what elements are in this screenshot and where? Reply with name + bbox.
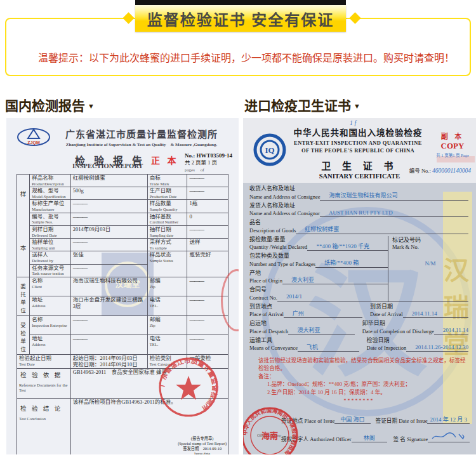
triangle-down-icon: ▼ bbox=[354, 102, 360, 110]
field-conveyance: 运输工具 Means of Conveyance飞机 bbox=[249, 337, 359, 352]
report-title-en: INSPECTION REPORT bbox=[72, 162, 143, 169]
section-header-domestic-report[interactable]: 国内检测报告 ▼ bbox=[5, 95, 95, 114]
svg-text:海南: 海南 bbox=[261, 431, 278, 440]
table-row: 抽样单位Sampling unit ——— 采样方式To sample 送样 bbox=[17, 239, 228, 251]
authorized-officer-value: 林阁 bbox=[352, 434, 387, 442]
table-row: 到样日期Delivered Date 2014年09月03日 抽样日期Sampl… bbox=[17, 225, 228, 238]
certificate-conclusion: 该批货物经过现场查验和实验室检验，结果符合我国相关食品安全标准之规定，标签经检验… bbox=[249, 357, 468, 405]
mark-and-number-box: 标记及号码 Mark & No. N/M bbox=[388, 236, 468, 302]
report-title-row: 检 验 报 告 INSPECTION REPORT 正 本 No.: HWT03… bbox=[6, 152, 239, 171]
table-row: 地址Address ——— 电话TEL. ——— bbox=[17, 335, 228, 355]
field-arrival-date: 到货日期 Date of Arrival2014.11.14 bbox=[370, 303, 468, 319]
table-row: 编号、批号Sample Nos. ——— 抽样基数Cardinal Number… bbox=[17, 213, 228, 225]
report-number: No.: HWT03509-14 bbox=[185, 152, 232, 159]
report-header: ZJQM 广东省湛江市质量计量监督检测所 Zhanjiang Institute… bbox=[6, 118, 239, 147]
field-consignor: 发货人名称及地址 Name and Address of ConsignorAU… bbox=[249, 202, 468, 218]
table-row: 样本 样品名称ProductDescription 红柳桉树蜂蜜 商标Trade… bbox=[17, 175, 228, 187]
svg-text:ZJQM: ZJQM bbox=[27, 140, 40, 145]
copy-mark: 副 本 COPY 共 1 页第1 页 Page bbox=[433, 131, 472, 158]
quarantine-red-stamp: 中华人民共和国海南出入境检验检疫局 海南 bbox=[243, 405, 300, 454]
institute-name-en: Zhanjiang Institute of Supervision & Tes… bbox=[51, 141, 232, 147]
table-row: 地址Address 海口市金盘开发区建设三横路 3层 电话TEL. ——— bbox=[17, 296, 228, 316]
field-contract: 合同号 Contract No.2014/1 bbox=[249, 286, 388, 301]
domestic-inspection-report-scan: 汉瑞堂 ZJQM 广东省湛江市质量计量监督检测所 Zhanjiang Insti… bbox=[6, 118, 239, 454]
issue-place-value: 中国 海口 bbox=[334, 415, 370, 424]
certificate-number: 编号 No.: 4600001140004 bbox=[409, 166, 471, 174]
issue-date-value: 2014 年 12 月 3 bbox=[427, 415, 470, 424]
sample-side-label: 样本 bbox=[17, 175, 30, 277]
banner-ribbon: 监督检验证书 安全有保证 bbox=[135, 5, 346, 32]
field-consignee: 收货人名称及地址 Name and Address of Consignee海南… bbox=[249, 185, 468, 201]
signature-scribble-icon bbox=[430, 432, 467, 440]
table-row: 标称生产单位Manufacturer ——— 样品数量Sample Quanti… bbox=[17, 200, 228, 213]
inspection-red-stamp: 广东省湛江市质量计量监督检测所 bbox=[157, 355, 220, 419]
table-row: 规格、型号Model-Specification 500g 生产日期Produc… bbox=[17, 187, 228, 200]
table-row: 受检单位 名称Inspection Enterprise ——— 邮编Zip —… bbox=[17, 315, 228, 335]
notice-text: 温馨提示：以下为此次蜂蜜的进口手续证明，少一项都不能确保是原装进口。购买时请查明… bbox=[38, 50, 454, 65]
report-pages-cn: 共 2 页第 1 页 bbox=[185, 159, 217, 166]
report-pages-en: pages of bbox=[185, 168, 204, 173]
section-header-import-certificate[interactable]: 进口检疫卫生证书 ▼ bbox=[244, 95, 360, 114]
org-name-en2: OF THE PEOPLE'S REPUBLIC OF CHINA bbox=[285, 147, 431, 154]
field-discharge: 卸毕日期 Date of Completion of Discharge2014… bbox=[362, 320, 468, 335]
field-quantity: 报检数量/重量 Quantity /Weight Declared**400 箱… bbox=[249, 236, 388, 251]
field-despatch: 启运地 Place of Despatch澳大利亚 bbox=[249, 320, 355, 335]
banner-title: 监督检验证书 安全有保证 bbox=[147, 8, 334, 30]
inspected-group-label: 受检单位 bbox=[17, 315, 30, 354]
original-copy-mark: 正 本 bbox=[151, 154, 179, 166]
report-number-block: No.: HWT03509-14 共 2 页第 1 页 pages of bbox=[185, 152, 232, 173]
stamp-note: (报告专用章) (Special stamp of Test Report) 签… bbox=[178, 436, 227, 454]
section-title: 国内检测报告 bbox=[5, 95, 85, 114]
banner-black-strip bbox=[135, 0, 346, 5]
officer-signature bbox=[428, 432, 470, 442]
field-packages: 包装种类及数量 Number and Type of Packages纸箱/**… bbox=[249, 253, 388, 268]
section-title: 进口检疫卫生证书 bbox=[244, 95, 351, 114]
table-row: 送样人Delivered by 张佳 样品状态Sample Status 瓶装完… bbox=[17, 251, 228, 264]
issue-block: 签证地点 Place of Issue 中国 海口 签证日期 Date of I… bbox=[281, 415, 470, 451]
pages-note: 共 1 页第1 页 Page bbox=[433, 152, 472, 158]
field-goods: 品名 Description of Goods红柳桉树蜂蜜 bbox=[249, 219, 468, 234]
org-name-cn: 中华人民共和国出入境检验检疫 bbox=[285, 126, 431, 138]
table-row: 委托单位 名称Client 海南汉瑞生物科技有限公司 邮编Zip ——— bbox=[17, 277, 228, 296]
certificate-form: 收货人名称及地址 Name and Address of Consignee海南… bbox=[249, 185, 468, 405]
product-certificate-section: 监督检验证书 安全有保证 温馨提示：以下为此次蜂蜜的进口手续证明，少一项都不能确… bbox=[0, 0, 476, 457]
svg-text:IQ: IQ bbox=[265, 145, 274, 155]
sanitary-certificate-scan: 汉 汉瑞堂 1 f IQ 中华人民共和国出入境检验检疫 ENTRY-EXIT I… bbox=[243, 118, 476, 454]
field-inspection-date: 检验日期 Date of Inspection2014.11.26-2014.1… bbox=[367, 337, 468, 352]
end-of-text-marks: ******** bbox=[249, 397, 468, 405]
field-origin: 产地 Place of Origin澳大利亚 bbox=[249, 270, 388, 285]
org-name-en1: ENTRY-EXIT INSPECTION AND QUARANTINE bbox=[285, 140, 431, 146]
client-group-label: 委托单位 bbox=[17, 277, 30, 315]
zjqm-logo: ZJQM bbox=[17, 127, 51, 147]
institute-name-cn: 广东省湛江市质量计量监督检测所 bbox=[51, 127, 232, 140]
triangle-down-icon: ▼ bbox=[88, 102, 95, 110]
field-arrival-place: 到货地点 Place of Arrival广州 bbox=[249, 303, 362, 319]
top-banner: 监督检验证书 安全有保证 bbox=[135, 0, 346, 32]
certificate-org: 中华人民共和国出入境检验检疫 ENTRY-EXIT INSPECTION AND… bbox=[285, 126, 431, 154]
